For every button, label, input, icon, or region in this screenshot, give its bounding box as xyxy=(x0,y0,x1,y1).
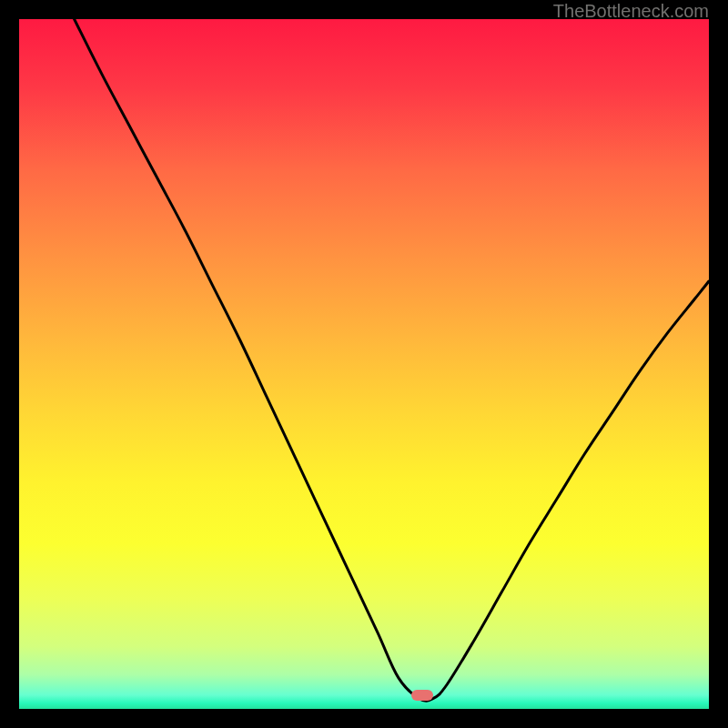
plot-area xyxy=(19,19,709,709)
minimum-marker xyxy=(411,690,433,701)
chart-frame: TheBottleneck.com xyxy=(0,0,728,728)
bottleneck-curve xyxy=(19,19,709,709)
